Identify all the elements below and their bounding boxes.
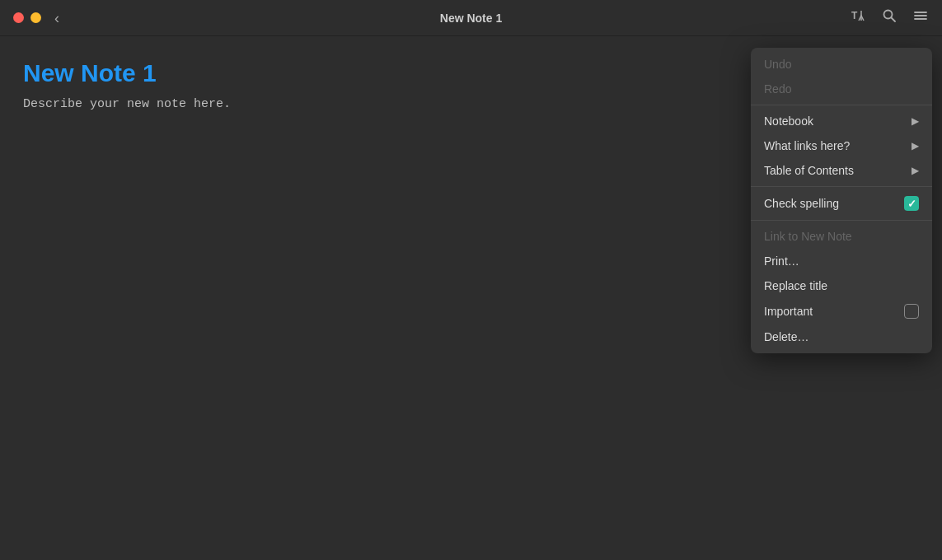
menu-item-replace-title-label: Replace title bbox=[764, 279, 919, 292]
menu-item-print-label: Print… bbox=[764, 254, 919, 268]
menu-item-undo-label: Undo bbox=[764, 58, 919, 71]
menu-item-replace-title[interactable]: Replace title bbox=[751, 273, 932, 298]
submenu-arrow-notebook: ▶ bbox=[912, 115, 919, 127]
titlebar: ‹ New Note 1 T bbox=[0, 0, 942, 36]
check-spelling-checkbox[interactable]: ✓ bbox=[904, 196, 919, 211]
menu-item-notebook[interactable]: Notebook ▶ bbox=[751, 109, 932, 133]
traffic-red-button[interactable] bbox=[13, 12, 24, 23]
submenu-arrow-what-links: ▶ bbox=[912, 140, 919, 152]
context-menu: Undo Redo Notebook ▶ What links here? ▶ … bbox=[751, 48, 932, 353]
search-icon[interactable] bbox=[881, 7, 897, 28]
menu-item-check-spelling-label: Check spelling bbox=[764, 197, 904, 210]
menu-item-link-new-note[interactable]: Link to New Note bbox=[751, 224, 932, 249]
menu-item-toc-label: Table of Contents bbox=[764, 164, 912, 177]
menu-item-delete[interactable]: Delete… bbox=[751, 324, 932, 349]
hamburger-icon[interactable] bbox=[912, 7, 929, 28]
svg-line-3 bbox=[892, 18, 896, 22]
menu-item-delete-label: Delete… bbox=[764, 330, 919, 343]
menu-item-important-label: Important bbox=[764, 305, 904, 318]
menu-item-notebook-label: Notebook bbox=[764, 114, 912, 128]
menu-item-check-spelling[interactable]: Check spelling ✓ bbox=[751, 190, 932, 217]
titlebar-actions: T bbox=[850, 7, 929, 28]
menu-item-redo-label: Redo bbox=[764, 82, 919, 96]
window-title: New Note 1 bbox=[440, 12, 502, 25]
check-spelling-checkmark: ✓ bbox=[907, 198, 916, 209]
menu-item-link-new-note-label: Link to New Note bbox=[764, 230, 919, 243]
menu-item-redo[interactable]: Redo bbox=[751, 77, 932, 101]
traffic-yellow-button[interactable] bbox=[30, 12, 41, 23]
menu-item-what-links-label: What links here? bbox=[764, 139, 912, 152]
titlebar-controls: ‹ bbox=[13, 11, 59, 26]
menu-item-print[interactable]: Print… bbox=[751, 249, 932, 273]
menu-separator-2 bbox=[751, 186, 932, 187]
submenu-arrow-toc: ▶ bbox=[912, 165, 919, 176]
menu-separator-3 bbox=[751, 220, 932, 221]
important-checkbox[interactable] bbox=[904, 304, 919, 319]
menu-item-important[interactable]: Important bbox=[751, 298, 932, 324]
format-icon[interactable]: T bbox=[850, 7, 866, 28]
menu-item-toc[interactable]: Table of Contents ▶ bbox=[751, 158, 932, 183]
menu-item-what-links[interactable]: What links here? ▶ bbox=[751, 133, 932, 158]
svg-text:T: T bbox=[851, 10, 858, 21]
menu-separator-1 bbox=[751, 105, 932, 105]
back-button[interactable]: ‹ bbox=[54, 11, 59, 26]
menu-item-undo[interactable]: Undo bbox=[751, 52, 932, 77]
